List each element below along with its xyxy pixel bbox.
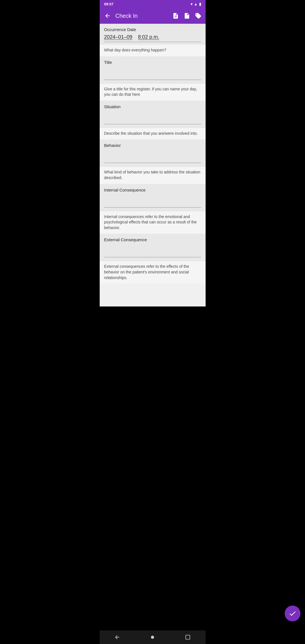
- tags-button[interactable]: [193, 11, 203, 21]
- status-icons: ▾ ▲ ▮: [191, 2, 201, 6]
- svg-text:PDF: PDF: [185, 17, 188, 18]
- bottom-spacer: [100, 284, 206, 306]
- pdf-icon: PDF: [184, 12, 190, 19]
- back-button[interactable]: [102, 11, 113, 20]
- form-content: Occurrence Date 2024–01–09 8:02 p.m. Wha…: [100, 24, 206, 306]
- external-consequence-field: External Consequence External consequenc…: [100, 234, 206, 283]
- title-field: Title Give a title for this register, if…: [100, 56, 206, 100]
- situation-hint: Describe the situation that you are/were…: [100, 128, 206, 139]
- occurrence-date-hint: What day does everything happen?: [100, 44, 206, 56]
- behavior-hint: What kind of behavior you take to addres…: [100, 166, 206, 183]
- pdf-export-button[interactable]: PDF: [182, 11, 192, 21]
- behavior-input[interactable]: [104, 149, 201, 163]
- internal-consequence-label: Internal Consequence: [104, 188, 201, 192]
- behavior-field: Behavior What kind of behavior you take …: [100, 140, 206, 183]
- occurrence-date-field: Occurrence Date 2024–01–09 8:02 p.m. Wha…: [100, 24, 206, 56]
- date-picker[interactable]: 2024–01–09: [104, 34, 132, 41]
- status-time: 09:57: [104, 2, 114, 6]
- external-consequence-input[interactable]: [104, 243, 201, 257]
- time-picker[interactable]: 8:02 p.m.: [138, 34, 159, 41]
- status-bar: 09:57 ▾ ▲ ▮: [100, 0, 206, 8]
- time-display: 09:57: [104, 2, 114, 6]
- external-consequence-hint: External consequences refer to the effec…: [100, 261, 206, 283]
- occurrence-date-label: Occurrence Date: [104, 27, 201, 32]
- internal-consequence-input[interactable]: [104, 193, 201, 208]
- header: Check In CSV PDF: [100, 8, 206, 24]
- internal-consequence-hint: Internal consequences refer to the emoti…: [100, 211, 206, 234]
- csv-icon: CSV: [172, 12, 179, 19]
- wifi-icon: ▾: [191, 2, 193, 6]
- situation-input[interactable]: [104, 110, 201, 124]
- header-actions: CSV PDF: [171, 11, 203, 21]
- situation-label: Situation: [104, 104, 201, 109]
- title-input[interactable]: [104, 66, 201, 80]
- external-consequence-label: External Consequence: [104, 237, 201, 242]
- battery-icon: ▮: [199, 2, 201, 6]
- title-label: Title: [104, 60, 201, 65]
- title-hint: Give a title for this register, if you c…: [100, 83, 206, 100]
- behavior-label: Behavior: [104, 143, 201, 148]
- occurrence-date-value[interactable]: 2024–01–09 8:02 p.m.: [104, 33, 201, 42]
- page-title: Check In: [116, 13, 168, 19]
- signal-icon: ▲: [194, 2, 198, 6]
- situation-field: Situation Describe the situation that yo…: [100, 101, 206, 139]
- svg-text:CSV: CSV: [174, 17, 177, 18]
- tags-icon: [195, 12, 202, 19]
- csv-export-button[interactable]: CSV: [171, 11, 181, 21]
- back-arrow-icon: [104, 12, 111, 19]
- internal-consequence-field: Internal Consequence Internal consequenc…: [100, 184, 206, 234]
